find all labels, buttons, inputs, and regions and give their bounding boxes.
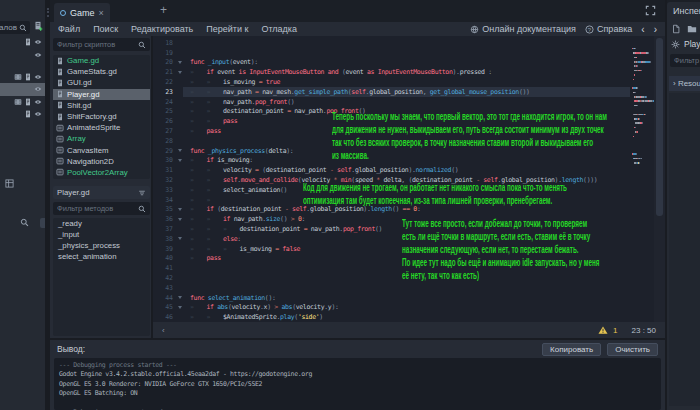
fold-arrow-icon[interactable]	[175, 296, 184, 299]
script-list-item[interactable]: GUI.gd	[53, 77, 150, 88]
eye-icon[interactable]	[34, 85, 42, 93]
new-resource-icon[interactable]	[671, 24, 681, 34]
scene-tree-row[interactable]	[0, 36, 45, 48]
code-line[interactable]: 28	[153, 136, 630, 146]
code-line[interactable]: 22»»is_moving = true	[153, 77, 630, 87]
scene-tree-row[interactable]	[0, 48, 45, 60]
code-line[interactable]: 43	[153, 283, 630, 293]
fold-arrow-icon[interactable]	[175, 218, 184, 221]
scene-tree-row[interactable]	[0, 96, 45, 108]
code-line[interactable]: 19	[153, 48, 630, 58]
code-line[interactable]: 20func _input(event):	[153, 58, 630, 68]
code-line[interactable]: 18	[153, 38, 630, 48]
close-tab-icon[interactable]: ×	[99, 8, 104, 18]
fold-arrow-icon[interactable]	[175, 237, 184, 240]
code-line[interactable]: 29func _physics_process(delta):	[153, 146, 630, 156]
inspector-section-resources[interactable]: › Resou	[669, 76, 700, 91]
menu-файл[interactable]: Файл	[58, 24, 80, 34]
script-list-item[interactable]: ShitFactory.gd	[53, 111, 150, 122]
clear-button[interactable]: Очистить	[607, 343, 658, 356]
code-line[interactable]: 33»»select_animation()	[153, 185, 630, 195]
method-list-item[interactable]: _ready	[53, 218, 150, 229]
script-list-item[interactable]: Game.gd	[53, 55, 150, 66]
distraction-free-icon[interactable]	[645, 5, 656, 16]
code-line[interactable]: 21»if event is InputEventMouseButton and…	[153, 67, 630, 77]
add-scene-tab-button[interactable]: +	[160, 3, 167, 17]
script-icon[interactable]	[24, 38, 32, 46]
menu-перейти к[interactable]: Перейти к	[206, 24, 248, 34]
online-docs-button[interactable]: Онлайн документация	[470, 24, 576, 34]
code-line[interactable]: 41	[153, 263, 630, 273]
code-line[interactable]: 30»if is_moving:	[153, 156, 630, 166]
script-list-item[interactable]: PoolVector2Array	[53, 167, 150, 178]
search-icon[interactable]	[20, 218, 29, 227]
node-filter-input[interactable]: алов	[0, 21, 30, 34]
code-line[interactable]: 34»»	[153, 195, 630, 205]
load-resource-icon[interactable]	[687, 24, 697, 34]
script-icon[interactable]	[24, 110, 32, 118]
tab-inspector[interactable]: Инспект	[667, 2, 700, 20]
sort-methods-icon[interactable]	[138, 189, 146, 197]
code-line[interactable]: 27»pass	[153, 126, 630, 136]
scene-tree-row[interactable]	[0, 71, 45, 83]
code-line[interactable]: 26»»pass	[153, 116, 630, 126]
current-script-row[interactable]: Player.gd	[53, 186, 150, 199]
script-list-item[interactable]: Shit.gd	[53, 100, 150, 111]
eye-icon[interactable]	[34, 38, 42, 46]
history-forward-button[interactable]: ›	[654, 24, 657, 35]
menu-поиск[interactable]: Поиск	[93, 24, 118, 34]
warning-count[interactable]: 1	[613, 326, 617, 335]
method-list-item[interactable]: _input	[53, 229, 150, 240]
script-list-item[interactable]: Array	[53, 133, 150, 144]
menu-отладка[interactable]: Отладка	[261, 24, 297, 34]
property-filter-input[interactable]: Фильтр	[670, 54, 700, 67]
code-line[interactable]: 31»»velocity = (destination_point - self…	[153, 165, 630, 175]
code-line[interactable]: 23»»nav_path = nav_mesh.get_simple_path(…	[153, 87, 630, 97]
film-icon[interactable]	[14, 98, 22, 106]
code-line[interactable]: 25»»destination_point = nav_path.pop_fro…	[153, 107, 630, 117]
code-line[interactable]: 40»pass	[153, 254, 630, 264]
method-list-item[interactable]: _physics_process	[53, 240, 150, 251]
code-area[interactable]: 181920func _input(event):21»if event is …	[153, 36, 665, 322]
code-line[interactable]: 42	[153, 273, 630, 283]
copy-button[interactable]: Копировать	[542, 343, 601, 356]
code-line[interactable]: 46»»$AnimatedSprite.play('side')	[153, 312, 630, 322]
fold-arrow-icon[interactable]	[175, 159, 184, 162]
code-line[interactable]: 44func select_animation():	[153, 293, 630, 303]
code-minimap[interactable]	[632, 39, 652, 166]
eye-icon[interactable]	[34, 110, 42, 118]
method-list-item[interactable]: select_animation	[53, 251, 150, 262]
script-list-item[interactable]: Player.gd	[53, 89, 150, 100]
collapse-scripts-panel-button[interactable]: ‹	[162, 326, 165, 335]
code-line[interactable]: 39»»»is_moving = false	[153, 244, 630, 254]
fold-arrow-icon[interactable]	[175, 306, 184, 309]
code-line[interactable]: 45»if abs(velocity.x) > abs(velocity.y):	[153, 303, 630, 313]
fold-arrow-icon[interactable]	[175, 149, 184, 152]
code-line[interactable]: 32»»self.move_and_collide(velocity * min…	[153, 175, 630, 185]
grid-icon[interactable]	[5, 179, 14, 188]
code-line[interactable]: 37»»»destination_point = nav_path.pop_fr…	[153, 224, 630, 234]
code-line[interactable]: 38»»else:	[153, 234, 630, 244]
history-back-button[interactable]: ‹	[641, 24, 644, 35]
eye-icon[interactable]	[34, 73, 42, 81]
script-list-item[interactable]: AnimatedSprite	[53, 122, 150, 133]
script-list-item[interactable]: GameStats.gd	[53, 66, 150, 77]
method-filter-input[interactable]: Фильтр методов	[53, 202, 150, 215]
film-icon[interactable]	[14, 73, 22, 81]
eye-icon[interactable]	[34, 51, 42, 59]
scene-tree-row[interactable]	[0, 83, 45, 95]
scene-tree-row[interactable]	[0, 108, 45, 120]
eye-icon[interactable]	[34, 98, 42, 106]
script-icon[interactable]	[24, 98, 32, 106]
fold-arrow-icon[interactable]	[175, 61, 184, 64]
script-list-item[interactable]: Navigation2D	[53, 156, 150, 167]
fold-arrow-icon[interactable]	[175, 71, 184, 74]
vertical-scrollbar[interactable]	[654, 36, 665, 322]
code-line[interactable]: 36»»if nav_path.size() > 0:	[153, 214, 630, 224]
scrollbar-grabber[interactable]	[656, 38, 663, 216]
fold-arrow-icon[interactable]	[175, 208, 184, 211]
script-icon[interactable]	[24, 73, 32, 81]
scene-tab-game[interactable]: Game ×	[54, 3, 110, 22]
help-button[interactable]: ? Справка	[585, 24, 632, 34]
menu-редактировать[interactable]: Редактировать	[131, 24, 193, 34]
